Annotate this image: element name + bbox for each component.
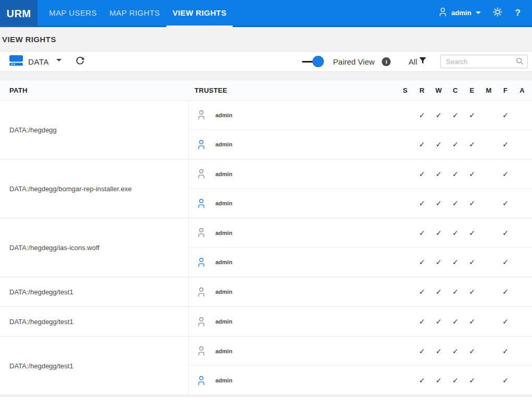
info-icon[interactable]: i [382, 57, 391, 66]
help-button[interactable]: ? [509, 8, 527, 18]
nav-tab-map-users[interactable]: MAP USERS [43, 0, 103, 26]
trustee-name: admin [215, 259, 232, 265]
right-cell-w: ✓ [430, 140, 447, 148]
right-cell-c: ✓ [447, 229, 464, 237]
top-navigation-bar: URM MAP USERS MAP RIGHTS VIEW RIGHTS adm… [0, 0, 532, 27]
trustee-user-icon [197, 227, 205, 238]
right-cell-r: ✓ [414, 229, 430, 237]
trustee-user-icon [197, 168, 205, 179]
volume-selector[interactable]: DATA [9, 55, 62, 68]
right-cell-r: ✓ [414, 288, 430, 296]
right-cell-m [480, 347, 497, 355]
toggle-knob[interactable] [312, 56, 324, 67]
header-right-a: A [514, 86, 530, 94]
path-row-group: DATA:/hegdegg/bomgar-rep-installer.exead… [0, 159, 532, 218]
header-right-s: S [397, 86, 414, 94]
trustee-user-icon [197, 109, 205, 120]
right-cell-w: ✓ [430, 199, 447, 207]
right-cell-s [397, 288, 414, 296]
nav-tab-map-rights[interactable]: MAP RIGHTS [103, 0, 166, 26]
right-cell-c: ✓ [447, 111, 464, 119]
right-cell-s [397, 317, 414, 326]
rights-cells: ✓✓✓✓✓ [397, 111, 530, 119]
right-cell-r: ✓ [414, 111, 430, 119]
path-cell: DATA:/hegdegg/test1 [0, 277, 189, 306]
right-cell-m [480, 317, 497, 326]
right-cell-r: ✓ [414, 347, 430, 355]
trustee-row: admin✓✓✓✓✓ [189, 101, 532, 130]
path-row-group: DATA:/hegdeggadmin✓✓✓✓✓admin✓✓✓✓✓ [0, 101, 532, 159]
right-cell-m [480, 111, 497, 119]
path-row-group: DATA:/hegdegg/test1admin✓✓✓✓✓admin✓✓✓✓✓ [0, 337, 532, 395]
right-cell-a [514, 170, 530, 178]
trustee-user-icon [197, 257, 205, 268]
trustee-name: admin [215, 348, 232, 354]
trustee-user-icon [197, 375, 205, 386]
trustee-row: admin✓✓✓✓✓ [189, 130, 532, 159]
path-cell: DATA:/hegdegg/test1 [0, 337, 189, 395]
trustee-user-icon [197, 139, 205, 150]
header-right-c: C [447, 86, 464, 94]
right-cell-e: ✓ [464, 288, 480, 296]
trustee-row: admin✓✓✓✓✓ [189, 159, 532, 189]
right-cell-w: ✓ [430, 258, 447, 266]
header-right-w: W [430, 86, 447, 94]
header-path: PATH [0, 86, 189, 94]
right-cell-m [480, 258, 497, 266]
right-cell-c: ✓ [447, 376, 464, 384]
right-cell-w: ✓ [430, 288, 447, 296]
right-cell-c: ✓ [447, 170, 464, 178]
right-cell-c: ✓ [447, 347, 464, 355]
refresh-button[interactable] [75, 56, 85, 68]
search-icon [516, 57, 524, 67]
right-cell-m [480, 140, 497, 148]
paired-view-toggle[interactable] [302, 56, 324, 67]
trustee-rows: admin✓✓✓✓✓ [189, 307, 532, 336]
filter-funnel-icon [419, 57, 427, 67]
right-cell-r: ✓ [414, 317, 430, 326]
trustee-user-icon [197, 198, 205, 209]
path-cell: DATA:/hegdegg/test1 [0, 307, 189, 336]
trustee-rows: admin✓✓✓✓✓admin✓✓✓✓✓ [189, 101, 532, 159]
right-cell-f: ✓ [497, 199, 514, 207]
nav-tabs: MAP USERS MAP RIGHTS VIEW RIGHTS [43, 0, 233, 26]
trustee-user-icon [197, 287, 205, 297]
rights-cells: ✓✓✓✓✓ [397, 258, 530, 266]
right-cell-r: ✓ [414, 170, 430, 178]
search-input[interactable] [440, 55, 528, 68]
right-cell-m [480, 229, 497, 237]
rights-cells: ✓✓✓✓✓ [397, 229, 530, 237]
rights-cells: ✓✓✓✓✓ [397, 199, 530, 207]
right-cell-c: ✓ [447, 140, 464, 148]
trustee-user-icon [197, 316, 205, 327]
right-cell-r: ✓ [414, 199, 430, 207]
trustee-name: admin [215, 377, 232, 383]
right-cell-e: ✓ [464, 111, 480, 119]
right-cell-s [397, 170, 414, 178]
filter-control[interactable]: All [408, 57, 427, 67]
trustee-rows: admin✓✓✓✓✓admin✓✓✓✓✓ [189, 337, 532, 395]
gear-icon [492, 7, 503, 19]
nav-tab-view-rights[interactable]: VIEW RIGHTS [166, 0, 233, 26]
rights-cells: ✓✓✓✓✓ [397, 347, 530, 355]
settings-button[interactable] [486, 7, 509, 19]
right-cell-f: ✓ [497, 140, 514, 148]
trustee-row: admin✓✓✓✓✓ [189, 247, 532, 277]
trustee-name: admin [215, 318, 232, 325]
right-cell-a [514, 258, 530, 266]
right-cell-a [514, 199, 530, 207]
right-cell-e: ✓ [464, 258, 480, 266]
trustee-row: admin✓✓✓✓✓ [189, 277, 532, 306]
user-menu[interactable]: admin [433, 7, 486, 19]
trustee-rows: admin✓✓✓✓✓admin✓✓✓✓✓ [189, 218, 532, 277]
right-cell-a [514, 347, 530, 355]
header-right-e: E [464, 86, 480, 94]
header-right-f: F [497, 86, 514, 94]
path-cell: DATA:/hegdegg/ias-icons.woff [0, 218, 189, 277]
right-cell-s [397, 376, 414, 384]
right-cell-f: ✓ [497, 317, 514, 326]
right-cell-a [514, 288, 530, 296]
path-row-group: DATA:/hegdegg/ias-icons.woffadmin✓✓✓✓✓ad… [0, 218, 532, 277]
right-cell-a [514, 376, 530, 384]
chevron-down-icon [476, 11, 481, 14]
